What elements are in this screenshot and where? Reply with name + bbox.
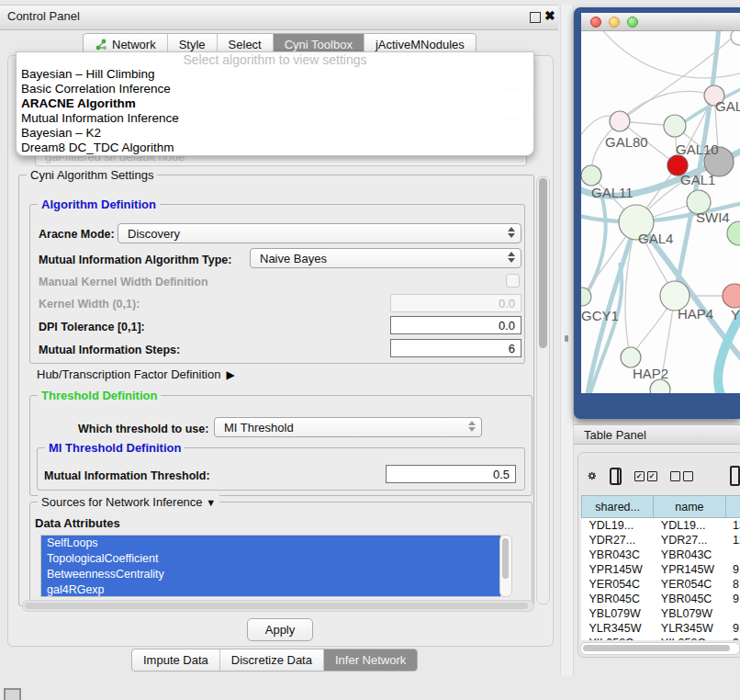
algorithm-option[interactable]: Bayesian – K2 [17,126,533,141]
algorithm-option[interactable]: Bayesian – Hill Climbing [17,67,533,82]
cell-shared[interactable]: YER054C [582,577,654,592]
cell-value[interactable]: 9. [725,592,740,606]
cell-shared[interactable]: YLR345W [582,621,654,636]
column-layout-icon[interactable] [610,468,622,485]
table-row[interactable]: YPR145WYPR145W9. [582,562,740,577]
close-traffic-light-icon[interactable] [590,17,601,28]
settings-vertical-scrollbar[interactable] [536,176,550,604]
cell-value[interactable]: 9. [725,621,740,636]
cell-value[interactable]: 13 [725,518,740,534]
cell-name[interactable]: YBL079W [654,606,725,621]
column-header-name[interactable]: name [654,496,725,518]
node-bottom[interactable] [650,379,670,393]
column-header-partial[interactable]: A [725,496,740,518]
table-row[interactable]: YIL052CYIL052C9 [582,636,740,640]
cell-value[interactable]: 9. [725,562,740,577]
aracne-mode-combo[interactable]: Discovery [118,223,521,243]
cell-name[interactable]: YLR345W [654,621,725,636]
algorithm-option[interactable]: Dream8 DC_TDC Algorithm [17,141,533,155]
float-window-icon[interactable] [530,12,541,23]
dpi-tolerance-field[interactable]: 0.0 [390,316,521,334]
cell-value[interactable] [725,606,740,621]
cell-name[interactable]: YBR043C [654,548,725,562]
aracne-mode-value: Discovery [128,227,180,241]
node-gal10[interactable] [664,115,686,137]
cell-name[interactable]: YER054C [654,577,725,592]
minimize-traffic-light-icon[interactable] [609,17,620,28]
cell-shared[interactable]: YPR145W [582,562,654,577]
close-icon[interactable]: ✖ [544,8,555,23]
divider-grip[interactable] [565,335,568,342]
attribute-item[interactable]: gal4RGexp [41,582,500,597]
expanded-arrow-icon[interactable]: ▼ [206,497,216,508]
deselect-all-checkboxes-icon[interactable] [670,471,693,481]
cell-shared[interactable]: YBL079W [582,606,654,621]
network-graph: GAL80 GAL10 GAL1 GAL11 GAL4 SWI4 GCY1 HA… [581,31,740,393]
attribute-item[interactable]: TopologicalCoefficient [41,551,500,567]
document-icon[interactable] [730,466,740,486]
manual-kernel-checkbox[interactable] [506,274,520,288]
mi-type-combo[interactable]: Naive Bayes [250,248,521,268]
cell-shared[interactable]: YIL052C [582,636,654,640]
label-y-partial: Y [731,307,740,322]
mi-steps-field[interactable]: 6 [390,339,521,357]
cell-shared[interactable]: YDL19... [582,518,654,534]
node-salmon[interactable] [723,284,740,308]
cell-shared[interactable]: YBR045C [582,592,654,606]
mi-threshold-field[interactable]: 0.5 [386,465,516,483]
column-header-shared-name[interactable]: shared... [582,496,654,518]
algorithm-option-aracne[interactable]: ARACNE Algorithm [17,96,533,111]
apply-button[interactable]: Apply [247,618,313,641]
which-threshold-combo[interactable]: MI Threshold [214,417,482,437]
cell-name[interactable]: YIL052C [654,636,725,640]
table-row[interactable]: YLR345WYLR345W9. [582,621,740,636]
table-hscrollbar-thumb[interactable] [583,645,730,651]
attributes-vertical-scrollbar[interactable] [499,535,512,597]
label-gal80: GAL80 [605,134,648,150]
node-hap2[interactable] [621,347,641,367]
settings-scrollbar-thumb[interactable] [539,178,547,348]
zoom-traffic-light-icon[interactable] [627,17,638,28]
table-row[interactable]: YDR27...YDR27...12 [582,533,740,548]
node-outline-top-right[interactable] [731,31,740,45]
cell-name[interactable]: YDR27... [654,533,725,548]
table-row[interactable]: YBR045CYBR045C9. [582,592,740,606]
cell-name[interactable]: YPR145W [654,562,725,577]
table-horizontal-scrollbar[interactable] [580,642,740,655]
cell-value[interactable]: 12 [725,533,740,548]
settings-hscrollbar-thumb[interactable] [25,603,528,609]
cell-name[interactable]: YDL19... [654,518,725,534]
tab-discretize-data[interactable]: Discretize Data [220,649,324,671]
settings-horizontal-scrollbar[interactable] [22,600,534,612]
select-all-checkboxes-icon[interactable]: ✓✓ [634,471,657,481]
combo-stepper-icon [468,421,476,432]
cell-value[interactable] [725,548,740,562]
node-gal11[interactable] [581,165,601,186]
table-row[interactable]: YDL19...YDL19...13 [582,518,740,534]
cell-value[interactable]: 9 [725,636,740,640]
kernel-width-field[interactable]: 0.0 [390,294,521,312]
network-canvas[interactable]: GAL80 GAL10 GAL1 GAL11 GAL4 SWI4 GCY1 HA… [581,31,740,393]
table-row[interactable]: YBR043CYBR043C [582,548,740,562]
tab-infer-network[interactable]: Infer Network [324,649,417,671]
label-swi4: SWI4 [696,209,730,225]
tab-impute-data[interactable]: Impute Data [132,649,220,671]
attribute-item[interactable]: SelfLoops [41,536,500,551]
cell-shared[interactable]: YDR27... [582,533,654,548]
cell-name[interactable]: YBR045C [654,592,725,606]
network-window-titlebar[interactable] [581,13,740,31]
attributes-scrollbar-thumb[interactable] [502,538,509,579]
gear-icon[interactable] [588,468,597,484]
hub-definition-expander[interactable]: Hub/Transcription Factor Definition▶ [37,367,235,381]
table-row[interactable]: YER054CYER054C8. [582,577,740,592]
collapsed-panel-grip[interactable] [4,688,21,700]
cell-value[interactable]: 8. [725,577,740,592]
table-row[interactable]: YBL079WYBL079W [582,606,740,621]
cell-shared[interactable]: YBR043C [582,548,654,562]
mi-threshold-definition-title: MI Threshold Definition [45,441,185,455]
node-gal80[interactable] [610,111,630,131]
table-panel-toolbar: ✓✓ [588,462,740,490]
algorithm-option[interactable]: Basic Correlation Inference [17,82,533,96]
attribute-item[interactable]: BetweennessCentrality [41,567,500,582]
algorithm-option[interactable]: Mutual Information Inference [17,111,533,126]
